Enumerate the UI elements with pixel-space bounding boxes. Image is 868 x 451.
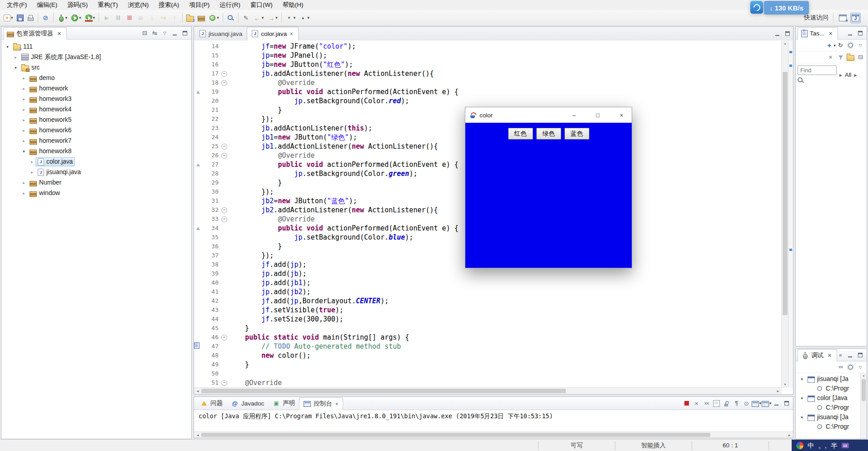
- tree-item[interactable]: ▸color.java: [1, 156, 191, 167]
- tree-item[interactable]: ▸jisuanqi.java: [1, 167, 191, 177]
- menu-item-10[interactable]: 帮助(H): [278, 0, 309, 10]
- menu-item-6[interactable]: 搜索(A): [154, 0, 184, 10]
- scrollbar-thumb[interactable]: [783, 72, 788, 315]
- app-window-titlebar[interactable]: color – □ ×: [465, 107, 632, 123]
- collapse-all-button[interactable]: [856, 52, 865, 62]
- print-button[interactable]: [25, 11, 36, 24]
- minimize-button[interactable]: [170, 28, 180, 38]
- tree-item[interactable]: C:\Progr: [796, 422, 867, 431]
- collapse-region-icon[interactable]: −: [221, 153, 227, 159]
- view-menu-button[interactable]: [856, 40, 865, 50]
- new-package-button[interactable]: [196, 11, 207, 24]
- forward-button[interactable]: ▾: [265, 11, 279, 24]
- tree-item[interactable]: ▾jisuanqi [Ja: [796, 374, 867, 384]
- expand-arrow-icon[interactable]: ▾: [12, 65, 19, 70]
- menu-item-9[interactable]: 窗口(W): [245, 0, 278, 10]
- tab-console[interactable]: 控制台×: [299, 397, 343, 410]
- chevron-right-icon[interactable]: ▸: [838, 72, 843, 78]
- scrollbar-thumb[interactable]: [862, 379, 866, 401]
- maximize-button[interactable]: [180, 28, 190, 38]
- collapse-region-icon[interactable]: −: [221, 335, 227, 341]
- next-annotation-button[interactable]: ▾: [284, 11, 298, 24]
- external-tools-button[interactable]: ▾: [83, 11, 97, 24]
- menu-item-3[interactable]: 源码(S): [62, 0, 93, 10]
- code-line[interactable]: 39 jp.add(jb);: [194, 269, 782, 278]
- sync-button[interactable]: [836, 40, 845, 50]
- expand-arrow-icon[interactable]: ▸: [20, 76, 27, 80]
- save-button[interactable]: [15, 11, 25, 24]
- tree-item[interactable]: C:\Progr: [796, 403, 867, 412]
- code-line[interactable]: 47 // TODO Auto-generated method stub: [194, 342, 782, 351]
- code-line[interactable]: 51− @Override: [194, 378, 782, 387]
- code-line[interactable]: 40 jp.add(jb1);: [194, 278, 782, 287]
- expand-arrow-icon[interactable]: ▸: [20, 97, 27, 101]
- new-button[interactable]: ▾: [2, 11, 15, 24]
- expand-arrow-icon[interactable]: ▾: [798, 396, 805, 401]
- expand-arrow-icon[interactable]: ▸: [20, 191, 27, 195]
- new-dropdown-arrow[interactable]: ▾: [11, 15, 13, 20]
- tab-overflow-chevron[interactable]: »: [838, 352, 843, 358]
- package-explorer-title-tab[interactable]: 包资源管理器: [3, 27, 67, 40]
- remove-all-button[interactable]: [836, 362, 845, 372]
- collapse-region-icon[interactable]: −: [221, 144, 227, 150]
- scroll-right-arrow-icon[interactable]: ▸: [774, 389, 782, 393]
- scroll-down-arrow-icon[interactable]: ▾: [782, 381, 788, 388]
- expand-arrow-icon[interactable]: ▸: [20, 180, 27, 185]
- gear-button[interactable]: [846, 40, 855, 50]
- scroll-left-arrow-icon[interactable]: ◂: [194, 433, 201, 437]
- code-line[interactable]: 45 }: [194, 324, 782, 333]
- gear-button[interactable]: [846, 362, 855, 372]
- ime-punctuation-mode[interactable]: 。,: [818, 441, 827, 450]
- clear-console-button[interactable]: [712, 399, 721, 408]
- ime-logo-icon[interactable]: [796, 442, 803, 449]
- close-view-icon[interactable]: [826, 351, 833, 359]
- code-line[interactable]: 15 jp=new JPanel();: [194, 51, 782, 60]
- tab-problems[interactable]: 问题: [196, 397, 227, 409]
- ime-chinese-mode[interactable]: 中: [808, 441, 814, 450]
- find-input[interactable]: [798, 65, 837, 75]
- tree-item[interactable]: ▸JRE 系统库 [JavaSE-1.8]: [1, 52, 191, 62]
- collapse-region-icon[interactable]: −: [221, 207, 227, 213]
- tab-javadoc[interactable]: Javadoc: [227, 397, 268, 409]
- menu-item-1[interactable]: 文件(F): [2, 0, 32, 10]
- back-dropdown-arrow[interactable]: ▾: [262, 15, 264, 20]
- open-perspective-button[interactable]: [838, 13, 848, 23]
- code-line[interactable]: 18− @Override: [194, 78, 782, 87]
- editor-vertical-scrollbar[interactable]: ▴ ▾: [781, 40, 788, 388]
- expand-arrow-icon[interactable]: ▸: [20, 107, 27, 112]
- ime-keyboard-icon[interactable]: [842, 443, 849, 448]
- display-console-dropdown-arrow[interactable]: ▾: [759, 401, 762, 406]
- code-line[interactable]: 17− jb.addActionListener(new ActionListe…: [194, 69, 782, 78]
- run-button[interactable]: ▾: [69, 11, 83, 24]
- code-line[interactable]: 42 jf.add(jp,BorderLayout.CENTER);: [194, 296, 782, 306]
- quick-access-label[interactable]: 快速访问: [804, 14, 828, 22]
- maximize-button[interactable]: [782, 399, 791, 408]
- remove-launch-button[interactable]: [692, 399, 701, 408]
- expand-arrow-icon[interactable]: ▸: [20, 118, 27, 122]
- expand-arrow-icon[interactable]: ▸: [12, 55, 19, 60]
- collapse-region-icon[interactable]: −: [221, 216, 227, 222]
- prev-annotation-button[interactable]: ▾: [297, 11, 311, 24]
- tree-item[interactable]: ▾111: [1, 41, 191, 52]
- link-editor-button[interactable]: [150, 28, 160, 38]
- ime-toolbar[interactable]: 中 。, 半: [792, 440, 868, 451]
- scroll-right-arrow-icon[interactable]: ▸: [786, 433, 793, 437]
- expand-arrow-icon[interactable]: ▸: [20, 139, 27, 143]
- tree-item[interactable]: ▸homework3: [1, 94, 191, 104]
- expand-arrow-icon[interactable]: ▸: [20, 86, 27, 91]
- expand-arrow-icon[interactable]: ▸: [20, 128, 27, 133]
- remove-button[interactable]: [826, 52, 835, 62]
- expand-arrow-icon[interactable]: ▾: [20, 149, 27, 154]
- prev-annotation-dropdown-arrow[interactable]: ▾: [307, 15, 309, 20]
- color-button-1[interactable]: 红色: [508, 128, 533, 140]
- app-window[interactable]: color – □ × 红色绿色蓝色: [465, 107, 632, 268]
- console-output[interactable]: color [Java 应用程序] C:\Program Files\Java\…: [194, 410, 793, 421]
- new-class-button[interactable]: ▾: [207, 11, 221, 24]
- console-horizontal-scrollbar[interactable]: ◂ ▸: [194, 431, 793, 438]
- tree-item[interactable]: ▸homework: [1, 83, 191, 94]
- color-button-3[interactable]: 蓝色: [564, 128, 589, 140]
- code-line[interactable]: 46− public static void main(String[] arg…: [194, 333, 782, 342]
- menu-item-4[interactable]: 重构(T): [93, 0, 123, 10]
- tree-item[interactable]: ▸homework7: [1, 135, 191, 146]
- minimize-button[interactable]: [773, 29, 782, 39]
